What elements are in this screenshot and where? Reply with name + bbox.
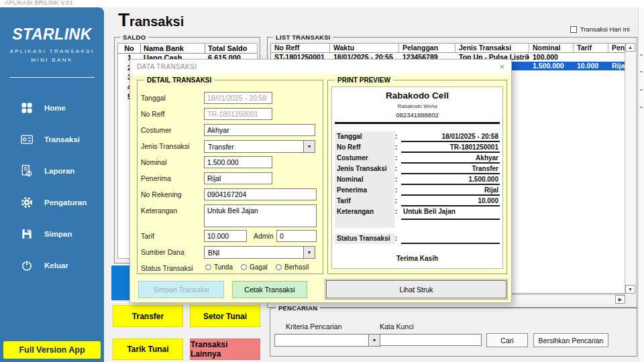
gear-icon: [20, 196, 34, 209]
vertical-scrollbar[interactable]: ▲ ▼: [625, 43, 635, 294]
col-penerima: Pene: [608, 44, 625, 52]
col-nominal: Nominal: [529, 44, 574, 52]
sidebar-item-laporan[interactable]: Laporan: [0, 162, 104, 180]
receipt-row: Tanggal: 18/01/2025 - 20:58: [335, 131, 500, 142]
scroll-down-icon[interactable]: ▼: [625, 285, 635, 294]
transactions-icon: [20, 133, 34, 146]
keterangan-label: Keterangan: [141, 206, 177, 215]
app-subtitle-line2: MINI BANK: [0, 57, 104, 63]
chevron-down-icon[interactable]: ▼: [303, 141, 315, 152]
kata-kunci-input[interactable]: [380, 334, 482, 346]
bersihkan-pencarian-button[interactable]: Bersihkan Pencarian: [533, 333, 608, 347]
costumer-label: Costumer: [141, 126, 172, 134]
save-icon: [20, 227, 34, 241]
home-icon: [20, 101, 34, 115]
admin-label: Admin: [254, 232, 274, 240]
radio-label: Berhasil: [284, 263, 309, 271]
sidebar-item-pengaturan[interactable]: Pengaturan: [0, 193, 104, 212]
receipt-value: Untuk Beli Jajan: [401, 206, 500, 220]
chevron-down-icon[interactable]: ▼: [303, 247, 315, 258]
saldo-col-no: No: [118, 44, 141, 53]
power-icon: [20, 259, 34, 272]
receipt-row: Costumer: Akhyar: [335, 153, 500, 164]
receipt-branch: Rabakodo Woha: [332, 103, 502, 109]
radio-tunda[interactable]: Tunda: [205, 263, 233, 271]
col-waktu: Waktu: [330, 44, 399, 52]
tarik-tunai-button[interactable]: Tarik Tunai: [113, 339, 183, 360]
today-filter-checkbox[interactable]: Transaksi Hari Ini: [570, 25, 630, 33]
receipt-value: Akhyar: [401, 153, 500, 164]
receipt-value: [401, 233, 500, 244]
checkbox-icon[interactable]: [570, 26, 577, 33]
jenis-transaksi-select[interactable]: Transfer ▼: [204, 140, 315, 153]
report-icon: [20, 164, 34, 178]
receipt-value: 1.500.000: [401, 174, 500, 185]
admin-field[interactable]: [276, 230, 317, 242]
sumber-dana-value: BNI: [205, 249, 303, 257]
chevron-down-icon[interactable]: ▼: [368, 335, 380, 346]
tanggal-field[interactable]: [204, 92, 272, 104]
data-transaksi-dialog: DATA TRANSAKSI × DETAIL TRANSAKSI Tangga…: [129, 59, 512, 303]
kriteria-pencarian-select[interactable]: ▼: [274, 334, 380, 347]
sumber-dana-select[interactable]: BNI ▼: [204, 246, 315, 259]
sidebar-item-home[interactable]: Home: [0, 99, 104, 117]
col-pelanggan: Pelanggan: [399, 44, 455, 52]
no-reff-label: No Reff: [141, 110, 164, 118]
receipt-label: Nominal: [335, 174, 395, 185]
nominal-field[interactable]: [204, 156, 272, 168]
receipt-label: Status Transaksi: [335, 233, 395, 244]
saldo-col-total: Total Saldo: [205, 44, 257, 53]
radio-gagal[interactable]: Gagal: [241, 263, 268, 271]
saldo-header-row: No Nama Bank Total Saldo: [118, 44, 257, 54]
radio-icon[interactable]: [241, 264, 247, 270]
no-reff-field[interactable]: [204, 108, 272, 120]
tarif-field[interactable]: [204, 230, 247, 242]
radio-icon[interactable]: [276, 264, 282, 270]
transfer-button[interactable]: Transfer: [113, 305, 183, 327]
keterangan-field[interactable]: Untuk Beli Jajan: [204, 204, 317, 227]
receipt-phone: 082341888802: [332, 111, 502, 119]
receipt-value: Rijal: [401, 185, 500, 196]
radio-berhasil[interactable]: Berhasil: [276, 263, 309, 271]
simpan-transaksi-button[interactable]: Simpan Transaksi: [138, 281, 224, 298]
pencarian-legend: PENCARIAN: [276, 304, 320, 312]
app-logo: STARLINK: [0, 25, 104, 44]
radio-icon[interactable]: [205, 264, 211, 270]
cell: 10.000: [574, 62, 608, 70]
receipt-value: 18/01/2025 - 20:58: [401, 131, 500, 142]
transaksi-lainnya-button[interactable]: Transaksi Lainnya: [190, 339, 260, 360]
penerima-field[interactable]: [204, 172, 272, 184]
receipt-label: Costumer: [335, 153, 395, 164]
window-title: APLIKASI BRILINK V.01: [5, 0, 73, 6]
sidebar-item-keluar[interactable]: Keluar: [0, 256, 104, 275]
sidebar-item-label: Simpan: [44, 230, 72, 238]
receipt-row: Status Transaksi:: [335, 233, 500, 244]
scroll-right-icon[interactable]: ▶: [615, 295, 625, 304]
status-transaksi-label: Status Transaksi: [141, 264, 193, 272]
receipt-row: No Reff: TR-1801250001: [335, 142, 500, 153]
receipt-value: 10.000: [401, 196, 500, 206]
receipt-label: Tanggal: [335, 131, 395, 142]
jenis-transaksi-value: Transfer: [205, 143, 303, 151]
sidebar-item-transaksi[interactable]: Transaksi: [0, 130, 104, 149]
close-icon[interactable]: ×: [499, 62, 504, 72]
receipt-label: No Reff: [335, 142, 395, 153]
sidebar-item-simpan[interactable]: Simpan: [0, 225, 104, 243]
full-version-button[interactable]: Full Version App: [3, 341, 101, 359]
receipt-row: Nominal: 1.500.000: [335, 174, 500, 185]
radio-label: Gagal: [250, 263, 268, 271]
list-transaksi-legend: LIST TRANSAKSI: [273, 34, 333, 41]
lihat-struk-button[interactable]: Lihat Struk: [326, 280, 506, 298]
no-rekening-field[interactable]: [204, 188, 317, 200]
scroll-up-icon[interactable]: ▲: [625, 43, 635, 52]
costumer-field[interactable]: [204, 124, 315, 136]
no-rekening-label: No Rekening: [141, 190, 182, 198]
sidebar-item-label: Home: [44, 104, 66, 112]
saldo-col-bank: Nama Bank: [141, 44, 205, 53]
cetak-transaksi-button[interactable]: Cetak Transaksi: [232, 281, 307, 298]
cari-button[interactable]: Cari: [486, 333, 528, 347]
setor-tunai-button[interactable]: Setor Tunai: [190, 305, 260, 327]
window-edge-scrollbar[interactable]: [638, 7, 644, 362]
receipt-label: Keterangan: [335, 206, 395, 228]
tarif-label: Tarif: [141, 232, 154, 240]
